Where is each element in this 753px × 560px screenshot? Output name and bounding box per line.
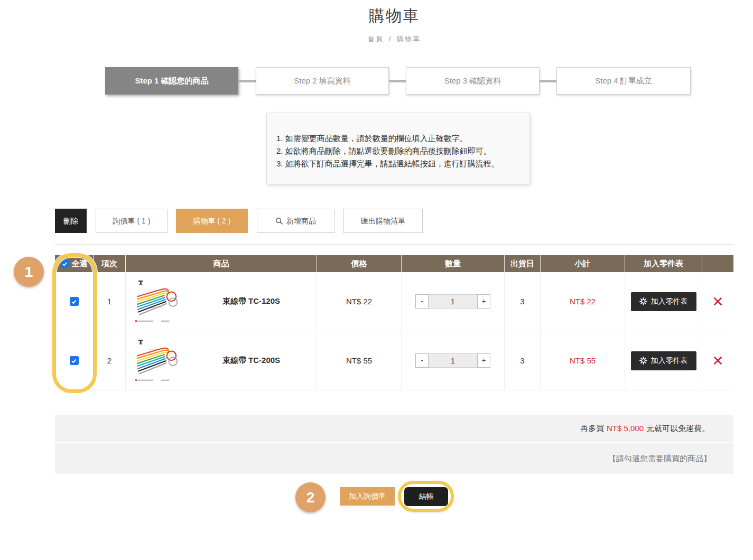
row-select-cell	[55, 331, 94, 390]
quantity-stepper: - 1 +	[415, 294, 490, 309]
quantity-input[interactable]: 1	[429, 294, 477, 309]
check-icon	[71, 298, 77, 305]
actions-header	[702, 255, 733, 272]
checkout-button[interactable]: 結帳	[404, 487, 448, 506]
product-price: NT$ 22	[317, 272, 402, 331]
ship-date: 3	[505, 272, 541, 331]
product-image[interactable]	[132, 338, 186, 384]
check-icon	[71, 358, 77, 364]
parts-cell: 加入零件表	[625, 331, 702, 390]
product-cell: 束線帶 TC-200S	[126, 331, 317, 390]
free-shipping-amount: NT$ 5,000	[607, 424, 644, 433]
cart-toolbar: 刪除 詢價車 ( 1 ) 購物車 ( 2 ) 新增商品 匯出購物清單	[0, 209, 753, 233]
select-note-band: 【請勾選您需要購買的商品】	[55, 443, 733, 474]
quantity-increase-button[interactable]: +	[477, 294, 490, 309]
close-icon	[713, 296, 723, 306]
breadcrumb-separator: /	[389, 35, 392, 43]
remove-item-button[interactable]	[713, 356, 723, 366]
check-icon	[62, 261, 68, 267]
add-to-parts-label: 加入零件表	[651, 297, 688, 306]
subtotal-header: 小計	[541, 255, 625, 272]
page-title: 購物車	[55, 5, 733, 27]
table-row: 1	[55, 272, 733, 331]
row-select-cell	[55, 272, 94, 331]
step-4-order-complete: Step 4 訂單成立	[556, 67, 691, 95]
select-all-checkbox[interactable]	[61, 260, 69, 268]
breadcrumb-current: 購物車	[397, 35, 421, 43]
add-to-parts-button[interactable]: 加入零件表	[631, 292, 696, 311]
row-index: 2	[94, 331, 126, 390]
add-to-inquiry-cart-button[interactable]: 加入詢價車	[340, 487, 395, 506]
quantity-increase-button[interactable]: +	[477, 353, 490, 368]
parts-cell: 加入零件表	[625, 272, 702, 331]
cart-table: 全選 項次 商品 價格 數量 出貨日 小計 加入零件表 1	[55, 255, 733, 390]
cart-instructions: 1. 如需變更商品數量，請於數量的欄位填入正確數字。 2. 如欲將商品刪除，請點…	[266, 113, 530, 184]
quantity-input[interactable]: 1	[429, 353, 477, 368]
free-shipping-prefix: 再多買	[580, 424, 604, 433]
product-header: 商品	[126, 255, 317, 272]
free-shipping-band: 再多買NT$ 5,000元就可以免運費。	[55, 415, 733, 442]
gear-icon	[639, 297, 647, 305]
shopping-cart-tab[interactable]: 購物車 ( 2 )	[176, 209, 248, 233]
quantity-decrease-button[interactable]: -	[415, 294, 429, 309]
index-header: 項次	[94, 255, 126, 272]
step-2-fill-info: Step 2 填寫資料	[256, 67, 389, 95]
instruction-line: 1. 如需變更商品數量，請於數量的欄位填入正確數字。	[276, 132, 529, 145]
step-connector	[238, 80, 256, 82]
product-cell: 束線帶 TC-120S	[126, 272, 317, 331]
shopping-cart-page: 購物車 首頁 / 購物車 Step 1 確認您的商品 Step 2 填寫資料 S…	[0, 0, 753, 560]
annotation-circle-2: 2	[295, 482, 326, 512]
remove-cell	[702, 331, 733, 390]
step-connector	[389, 80, 406, 82]
free-shipping-suffix: 元就可以免運費。	[646, 424, 710, 433]
row-checkbox[interactable]	[70, 297, 79, 306]
subtotal: NT$ 22	[541, 272, 625, 331]
gear-icon	[639, 357, 647, 365]
product-name[interactable]: 束線帶 TC-200S	[186, 356, 317, 366]
inquiry-cart-tab[interactable]: 詢價車 ( 1 )	[96, 209, 168, 233]
instruction-line: 3. 如將欲下訂商品選擇完畢，請點選結帳按鈕，進行訂購流程。	[276, 157, 529, 170]
export-cart-list-button[interactable]: 匯出購物清單	[343, 209, 423, 233]
add-product-button[interactable]: 新增商品	[257, 209, 334, 233]
delete-button[interactable]: 刪除	[55, 209, 87, 233]
step-3-confirm-info: Step 3 確認資料	[406, 67, 540, 95]
breadcrumb-home-link[interactable]: 首頁	[368, 35, 384, 43]
quantity-cell: - 1 +	[402, 272, 505, 331]
price-header: 價格	[317, 255, 402, 272]
row-checkbox[interactable]	[70, 356, 79, 365]
page-header: 購物車 首頁 / 購物車	[55, 5, 733, 44]
quantity-cell: - 1 +	[402, 331, 505, 390]
checkout-steps: Step 1 確認您的商品 Step 2 填寫資料 Step 3 確認資料 St…	[0, 67, 753, 95]
quantity-decrease-button[interactable]: -	[415, 353, 429, 368]
search-icon	[275, 217, 283, 225]
select-all-header: 全選	[55, 255, 94, 272]
product-image[interactable]	[132, 279, 186, 324]
free-shipping-text: 再多買NT$ 5,000元就可以免運費。	[580, 415, 710, 442]
add-to-parts-label: 加入零件表	[651, 356, 688, 366]
product-name[interactable]: 束線帶 TC-120S	[186, 296, 317, 306]
product-price: NT$ 55	[317, 331, 402, 390]
instruction-line: 2. 如欲將商品刪除，請點選欲要刪除的商品後按刪除鈕即可。	[276, 145, 529, 157]
table-header-row: 全選 項次 商品 價格 數量 出貨日 小計 加入零件表	[55, 255, 733, 272]
select-all-label: 全選	[72, 255, 88, 272]
quantity-stepper: - 1 +	[415, 353, 490, 368]
subtotal: NT$ 55	[541, 331, 625, 390]
quantity-header: 數量	[402, 255, 505, 272]
table-row: 2	[55, 331, 733, 390]
row-index: 1	[94, 272, 126, 331]
step-connector	[540, 80, 556, 82]
divider	[55, 244, 733, 245]
add-to-parts-header: 加入零件表	[625, 255, 702, 272]
add-product-label: 新增商品	[286, 217, 316, 225]
remove-item-button[interactable]	[713, 296, 723, 306]
remove-cell	[702, 272, 733, 331]
select-note-text: 【請勾選您需要購買的商品】	[608, 443, 711, 474]
close-icon	[713, 356, 723, 366]
ship-date: 3	[505, 331, 541, 390]
add-to-parts-button[interactable]: 加入零件表	[631, 351, 696, 370]
step-1-confirm-products: Step 1 確認您的商品	[105, 67, 238, 95]
annotation-circle-1: 1	[14, 257, 44, 287]
breadcrumb: 首頁 / 購物車	[55, 34, 733, 44]
ship-date-header: 出貨日	[505, 255, 541, 272]
